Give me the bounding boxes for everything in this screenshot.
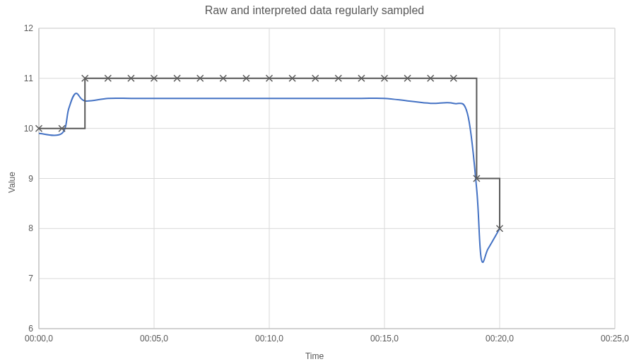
y-tick-label: 10 xyxy=(24,124,34,134)
y-tick-label: 11 xyxy=(24,74,34,83)
x-tick-label: 00:25,0 xyxy=(601,334,629,344)
y-tick-label: 8 xyxy=(28,223,33,233)
x-tick-label: 00:10,0 xyxy=(255,334,283,344)
chart-container: Raw and interpreted data regularly sampl… xyxy=(0,0,629,364)
y-tick-label: 9 xyxy=(28,174,33,184)
x-tick-label: 00:15,0 xyxy=(370,334,399,344)
x-tick-label: 00:20,0 xyxy=(486,334,514,344)
y-tick-label: 12 xyxy=(24,23,34,33)
chart-plot: 678910111200:00,000:05,000:10,000:15,000… xyxy=(0,0,629,364)
x-tick-label: 00:00,0 xyxy=(25,334,53,344)
x-tick-label: 00:05,0 xyxy=(140,334,168,344)
y-tick-label: 6 xyxy=(28,324,33,334)
y-tick-label: 7 xyxy=(28,274,33,283)
